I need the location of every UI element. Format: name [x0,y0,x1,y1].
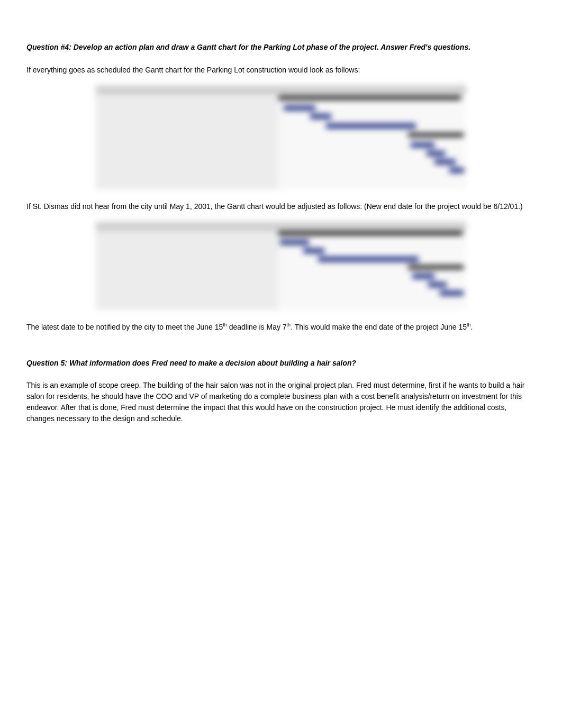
gantt-chart-2 [96,222,466,310]
gantt-task-list [96,222,278,310]
conclusion-text-1: The latest date to be notified by the ci… [26,323,223,331]
gantt-bar [326,123,416,129]
gantt-bar [428,282,447,287]
question-4-conclusion: The latest date to be notified by the ci… [26,322,536,333]
gantt-bar [310,114,331,119]
gantt-bar [440,290,464,296]
gantt-bar [427,151,445,156]
question-5-body: This is an example of scope creep. The b… [26,380,536,424]
gantt-bar [280,240,309,245]
conclusion-text-4: . [470,323,473,331]
gantt-bar [412,274,434,279]
gantt-bar [434,159,456,165]
gantt-summary-bar [408,265,464,269]
gantt-bar [284,105,315,111]
question-4-scenario2: If St. Dismas did not hear from the city… [26,201,536,212]
ordinal-sup: th [287,322,291,327]
gantt-bar [318,257,419,262]
conclusion-text-3: . This would make the end date of the pr… [291,323,467,331]
gantt-header-row [96,85,466,95]
gantt-chart-1 [96,85,466,189]
gantt-summary-bar [278,96,461,100]
gantt-timeline [278,85,466,189]
question-5-heading: Question 5: What information does Fred n… [26,358,536,369]
gantt-bar [411,142,434,148]
question-4-heading: Question #4: Develop an action plan and … [26,42,536,53]
gantt-bar [303,248,324,253]
gantt-bar [449,168,464,173]
gantt-header-row [96,222,466,231]
question-4-intro: If everything goes as scheduled the Gant… [26,65,536,76]
ordinal-sup: th [223,322,227,327]
gantt-summary-bar [408,133,464,137]
gantt-summary-bar [278,231,463,235]
conclusion-text-2: deadline is May 7 [227,323,287,331]
gantt-task-list [96,85,278,189]
